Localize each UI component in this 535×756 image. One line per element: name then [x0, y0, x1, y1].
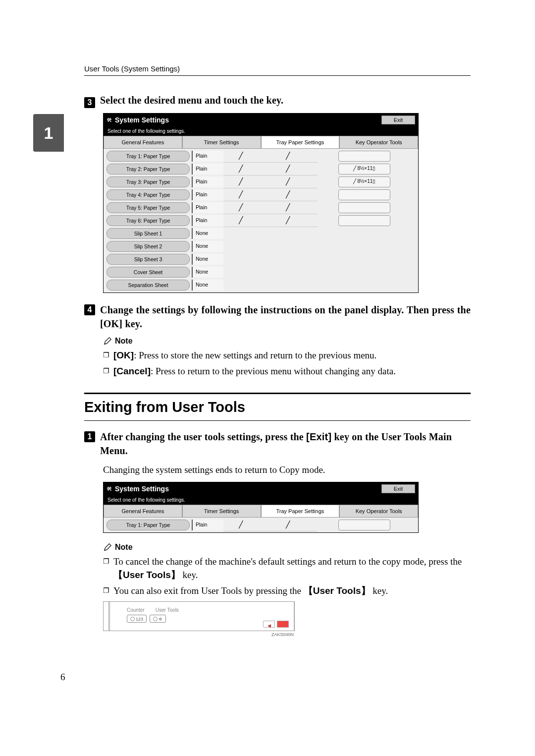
- cancel-desc: : Press to return to the previous menu w…: [151, 366, 396, 376]
- tray6-col2: ╱: [223, 214, 258, 227]
- tray4-col2: ╱: [223, 188, 258, 201]
- tray1-col3: ╱: [258, 150, 318, 163]
- tray2-button[interactable]: Tray 2: Paper Type: [107, 164, 190, 174]
- step-3-text: Select the desired menu and touch the ke…: [100, 93, 283, 107]
- coversheet-button[interactable]: Cover Sheet: [107, 267, 190, 278]
- bullet-also-exit: ❐ You can also exit from User Tools by p…: [103, 584, 471, 598]
- step-number-4: 4: [84, 304, 95, 315]
- page-number: 6: [60, 672, 471, 683]
- exit-step-1: 1 After changing the user tools settings…: [84, 430, 471, 458]
- ss1-titlebar: 🛠 System Settings Exit: [104, 114, 418, 126]
- bullet-icon: ❐: [103, 366, 109, 380]
- tab-key-operator-tools[interactable]: Key Operator Tools: [339, 136, 418, 149]
- tray4-value: Plain: [192, 189, 223, 200]
- ss2-tab-keyop[interactable]: Key Operator Tools: [339, 505, 418, 518]
- cancel-change-text-a: To cancel the change of the machine's de…: [113, 556, 462, 567]
- coversheet-value: None: [192, 267, 223, 278]
- tools-icon: 🛠: [107, 117, 112, 123]
- tray2-col2: ╱: [223, 163, 258, 175]
- pencil-icon: [103, 337, 112, 346]
- ss1-tabs: General Features Timer Settings Tray Pap…: [104, 136, 418, 149]
- tray1-value: Plain: [192, 151, 223, 162]
- tray3-size-box[interactable]: ╱ 8½×11▯: [338, 176, 390, 187]
- tray4-size-box[interactable]: [338, 189, 390, 200]
- slipsheet3-button[interactable]: Slip Sheet 3: [107, 254, 190, 265]
- ss2-tray1-col3: ╱: [258, 519, 318, 531]
- also-exit-text-a: You can also exit from User Tools by pre…: [113, 585, 304, 596]
- tray4-button[interactable]: Tray 4: Paper Type: [107, 189, 190, 200]
- slipsheet1-value: None: [192, 228, 223, 239]
- control-panel-diagram: Counter User Tools 123 ✲: [103, 601, 295, 631]
- slipsheet1-button[interactable]: Slip Sheet 1: [107, 228, 190, 239]
- exit-step-text-a: After changing the user tools settings, …: [100, 431, 306, 442]
- ss2-tray1-value: Plain: [192, 520, 223, 530]
- note-label-2: Note: [115, 543, 133, 552]
- tray5-button[interactable]: Tray 5: Paper Type: [107, 202, 190, 213]
- section-heading: Exiting from User Tools: [84, 399, 471, 415]
- tab-general-features[interactable]: General Features: [104, 136, 182, 149]
- tray1-col2: ╱: [223, 150, 258, 163]
- tab-tray-paper-settings[interactable]: Tray Paper Settings: [261, 136, 340, 149]
- ss2-tab-general[interactable]: General Features: [104, 505, 182, 518]
- chapter-side-tab: 1: [33, 114, 64, 152]
- tray2-value: Plain: [192, 164, 223, 174]
- ok-desc: : Press to store the new settings and re…: [134, 350, 376, 360]
- tray5-col3: ╱: [258, 201, 318, 214]
- ss1-exit-button[interactable]: Exit: [381, 116, 415, 124]
- exit-step-number-1: 1: [84, 431, 95, 442]
- bullet-icon: ❐: [103, 586, 109, 600]
- exit-step-1-text: After changing the user tools settings, …: [100, 430, 471, 458]
- tray5-col2: ╱: [223, 201, 258, 214]
- tray6-button[interactable]: Tray 6: Paper Type: [107, 215, 190, 226]
- counter-key[interactable]: 123: [127, 615, 147, 622]
- tray4-col3: ╱: [258, 188, 318, 201]
- ss1-body: Tray 1: Paper TypePlain╱╱ Tray 2: Paper …: [104, 149, 418, 292]
- cancel-key-label: [Cancel]: [113, 366, 151, 376]
- slipsheet2-button[interactable]: Slip Sheet 2: [107, 241, 190, 252]
- tray3-col3: ╱: [258, 175, 318, 188]
- pencil-icon: [103, 543, 112, 552]
- separationsheet-value: None: [192, 280, 223, 291]
- tray2-size-box[interactable]: ╱ 8½×11▯: [338, 164, 390, 174]
- ss2-tray1-button[interactable]: Tray 1: Paper Type: [107, 520, 190, 530]
- tray6-size-box[interactable]: [338, 215, 390, 226]
- user-tools-key-2: 【User Tools】: [304, 585, 371, 596]
- ss2-title: System Settings: [115, 485, 378, 493]
- running-header-text: User Tools (System Settings): [84, 64, 180, 73]
- system-settings-screenshot-2: 🛠 System Settings Exit Select one of the…: [103, 482, 419, 533]
- ss2-tray1-col2: ╱: [223, 519, 258, 531]
- ss2-tab-tray[interactable]: Tray Paper Settings: [261, 505, 340, 518]
- note-header-2: Note: [103, 543, 471, 552]
- stop-key-icon[interactable]: [277, 621, 289, 628]
- running-header: User Tools (System Settings): [84, 64, 471, 76]
- system-settings-screenshot-1: 🛠 System Settings Exit Select one of the…: [103, 113, 419, 293]
- back-key-icon[interactable]: [263, 621, 275, 628]
- exit-key-label: [Exit]: [306, 431, 331, 442]
- user-tools-key[interactable]: ✲: [150, 615, 166, 622]
- ss2-tray1-size-box[interactable]: [338, 520, 390, 530]
- separationsheet-button[interactable]: Separation Sheet: [107, 280, 190, 291]
- bullet-cancel-change: ❐ To cancel the change of the machine's …: [103, 555, 471, 582]
- tools-icon: 🛠: [107, 486, 112, 492]
- ss2-titlebar: 🛠 System Settings Exit: [104, 482, 418, 495]
- tray5-size-box[interactable]: [338, 202, 390, 213]
- section-heading-rule: Exiting from User Tools: [84, 393, 471, 421]
- bullet-icon: ❐: [103, 557, 109, 584]
- tray3-col2: ╱: [223, 175, 258, 188]
- tab-timer-settings[interactable]: Timer Settings: [182, 136, 261, 149]
- ss2-tabs: General Features Timer Settings Tray Pap…: [104, 505, 418, 518]
- tray3-button[interactable]: Tray 3: Paper Type: [107, 176, 190, 187]
- ss2-exit-button[interactable]: Exit: [381, 484, 415, 493]
- tray6-value: Plain: [192, 215, 223, 226]
- ss2-tab-timer[interactable]: Timer Settings: [182, 505, 261, 518]
- usertools-label: User Tools: [156, 607, 179, 613]
- counter-label: Counter: [127, 607, 145, 613]
- tray2-col3: ╱: [258, 163, 318, 175]
- note-header-1: Note: [103, 337, 471, 346]
- tray5-value: Plain: [192, 202, 223, 213]
- note-label-1: Note: [115, 337, 133, 346]
- tray1-button[interactable]: Tray 1: Paper Type: [107, 151, 190, 162]
- cancel-change-text-b: key.: [180, 570, 198, 580]
- tray1-size-box[interactable]: [338, 151, 390, 162]
- body-text-1: Changing the system settings ends to ret…: [103, 464, 471, 477]
